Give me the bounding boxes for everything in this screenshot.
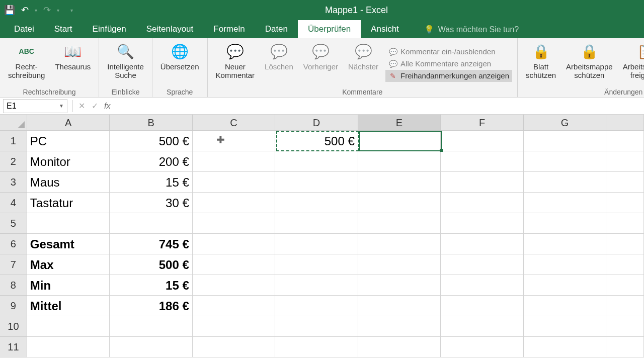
cell-F3[interactable] [441, 172, 523, 193]
cell-B7[interactable]: 500 € [110, 254, 192, 275]
cell-B6[interactable]: 745 € [110, 234, 192, 254]
cell-E11[interactable] [358, 337, 441, 357]
smart-lookup-button[interactable]: 🔍 Intelligente Suche [104, 40, 147, 87]
cell-E1[interactable] [358, 131, 441, 151]
row-header[interactable]: 2 [0, 151, 27, 172]
cell-B2[interactable]: 200 € [110, 151, 192, 172]
row-header[interactable]: 5 [0, 213, 27, 234]
cell-H8[interactable] [606, 275, 644, 296]
qat-customize-icon[interactable]: ▾ [70, 8, 73, 13]
cell-E10[interactable] [358, 316, 441, 337]
cell-G5[interactable] [524, 213, 606, 234]
tab-start[interactable]: Start [44, 20, 83, 38]
cell-E5[interactable] [358, 213, 441, 234]
col-header-E[interactable]: E [358, 115, 441, 131]
cell-D3[interactable] [275, 172, 358, 193]
cell-D8[interactable] [275, 275, 358, 296]
cell-B11[interactable] [110, 337, 192, 357]
tab-formulas[interactable]: Formeln [203, 20, 255, 38]
cell-E3[interactable] [358, 172, 441, 193]
protect-sheet-button[interactable]: 🔒 Blatt schützen [523, 40, 559, 87]
spreadsheet-grid[interactable]: A B C D E F G 1PC500 €500 €2Monitor200 €… [0, 115, 644, 357]
cell-G11[interactable] [524, 337, 606, 357]
undo-icon[interactable]: ↶ [21, 5, 29, 16]
cell-F5[interactable] [441, 213, 523, 234]
select-all-button[interactable] [0, 115, 27, 131]
row-header[interactable]: 7 [0, 254, 27, 275]
cell-D7[interactable] [275, 254, 358, 275]
cell-C10[interactable] [193, 316, 275, 337]
cell-A10[interactable] [27, 316, 110, 337]
cell-C5[interactable] [193, 213, 275, 234]
cell-F8[interactable] [441, 275, 523, 296]
row-header[interactable]: 11 [0, 337, 27, 357]
col-header-A[interactable]: A [27, 115, 110, 131]
cell-C1[interactable] [193, 131, 275, 151]
cell-D1[interactable]: 500 € [275, 131, 358, 151]
cell-B8[interactable]: 15 € [110, 275, 192, 296]
save-icon[interactable]: 💾 [4, 5, 15, 16]
cell-F1[interactable] [441, 131, 523, 151]
cell-B9[interactable]: 186 € [110, 296, 192, 316]
row-header[interactable]: 6 [0, 234, 27, 254]
cell-F6[interactable] [441, 234, 523, 254]
tab-data[interactable]: Daten [255, 20, 298, 38]
cell-H2[interactable] [606, 151, 644, 172]
cell-C4[interactable] [193, 193, 275, 213]
cell-A5[interactable] [27, 213, 110, 234]
row-header[interactable]: 3 [0, 172, 27, 193]
translate-button[interactable]: 🌐 Übersetzen [157, 40, 202, 87]
new-comment-button[interactable]: 💬 Neuer Kommentar [213, 40, 258, 87]
col-header-D[interactable]: D [275, 115, 358, 131]
cell-G10[interactable] [524, 316, 606, 337]
cell-F11[interactable] [441, 337, 523, 357]
cell-A2[interactable]: Monitor [27, 151, 110, 172]
cell-B3[interactable]: 15 € [110, 172, 192, 193]
cell-A9[interactable]: Mittel [27, 296, 110, 316]
cell-G8[interactable] [524, 275, 606, 296]
col-header-H[interactable] [606, 115, 644, 131]
cell-H3[interactable] [606, 172, 644, 193]
name-box-dropdown-icon[interactable]: ▼ [59, 103, 64, 109]
row-header[interactable]: 9 [0, 296, 27, 316]
row-header[interactable]: 10 [0, 316, 27, 337]
col-header-F[interactable]: F [441, 115, 523, 131]
cell-C6[interactable] [193, 234, 275, 254]
cell-D6[interactable] [275, 234, 358, 254]
cell-G3[interactable] [524, 172, 606, 193]
cell-H7[interactable] [606, 254, 644, 275]
cell-E7[interactable] [358, 254, 441, 275]
cell-A7[interactable]: Max [27, 254, 110, 275]
cell-H6[interactable] [606, 234, 644, 254]
cell-G1[interactable] [524, 131, 606, 151]
tell-me-box[interactable]: 💡 Was möchten Sie tun? [424, 25, 519, 38]
cell-C3[interactable] [193, 172, 275, 193]
cell-D9[interactable] [275, 296, 358, 316]
qat-dropdown-icon[interactable]: ▾ [57, 8, 59, 13]
cell-E4[interactable] [358, 193, 441, 213]
cell-G9[interactable] [524, 296, 606, 316]
share-workbook-button[interactable]: 📋 Arbeitsmappe freigeben [620, 40, 644, 87]
cell-A6[interactable]: Gesamt [27, 234, 110, 254]
cell-C11[interactable] [193, 337, 275, 357]
cell-H11[interactable] [606, 337, 644, 357]
cell-F10[interactable] [441, 316, 523, 337]
cell-D4[interactable] [275, 193, 358, 213]
insert-function-button[interactable]: fx [101, 102, 113, 111]
col-header-B[interactable]: B [110, 115, 192, 131]
qat-dropdown-icon[interactable]: ▾ [35, 8, 37, 13]
cell-H9[interactable] [606, 296, 644, 316]
cell-A4[interactable]: Tastatur [27, 193, 110, 213]
cell-C7[interactable] [193, 254, 275, 275]
show-ink-button[interactable]: ✎ Freihandanmerkungen anzeigen [385, 70, 512, 82]
col-header-G[interactable]: G [524, 115, 606, 131]
tab-pagelayout[interactable]: Seitenlayout [136, 20, 204, 38]
cell-H1[interactable] [606, 131, 644, 151]
row-header[interactable]: 1 [0, 131, 27, 151]
cell-A11[interactable] [27, 337, 110, 357]
cell-F7[interactable] [441, 254, 523, 275]
cell-D10[interactable] [275, 316, 358, 337]
tab-view[interactable]: Ansicht [361, 20, 409, 38]
cell-E8[interactable] [358, 275, 441, 296]
spelling-button[interactable]: ABC Recht- schreibung [5, 40, 48, 87]
